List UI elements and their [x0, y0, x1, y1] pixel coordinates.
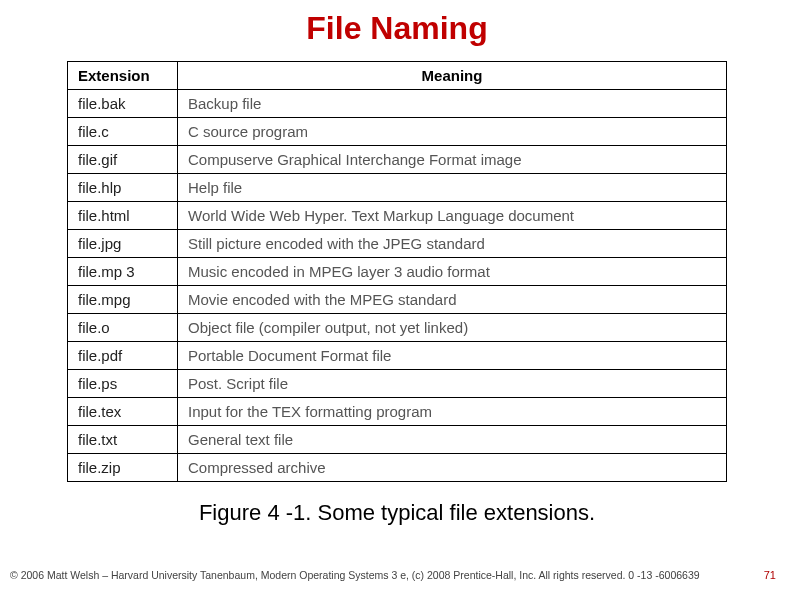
table-row: file.mp 3Music encoded in MPEG layer 3 a… [68, 258, 727, 286]
cell-meaning: General text file [178, 426, 727, 454]
table-row: file.pdfPortable Document Format file [68, 342, 727, 370]
extensions-table: Extension Meaning file.bakBackup file fi… [67, 61, 727, 482]
cell-extension: file.o [68, 314, 178, 342]
cell-extension: file.gif [68, 146, 178, 174]
figure-caption: Figure 4 -1. Some typical file extension… [0, 500, 794, 526]
cell-extension: file.jpg [68, 230, 178, 258]
cell-meaning: Input for the TEX formatting program [178, 398, 727, 426]
cell-meaning: World Wide Web Hyper. Text Markup Langua… [178, 202, 727, 230]
cell-extension: file.html [68, 202, 178, 230]
cell-extension: file.txt [68, 426, 178, 454]
cell-extension: file.mp 3 [68, 258, 178, 286]
header-extension: Extension [68, 62, 178, 90]
table-row: file.texInput for the TEX formatting pro… [68, 398, 727, 426]
cell-extension: file.bak [68, 90, 178, 118]
table-row: file.htmlWorld Wide Web Hyper. Text Mark… [68, 202, 727, 230]
table-row: file.txtGeneral text file [68, 426, 727, 454]
table-row: file.cC source program [68, 118, 727, 146]
table-row: file.hlpHelp file [68, 174, 727, 202]
slide-title: File Naming [0, 10, 794, 47]
cell-extension: file.mpg [68, 286, 178, 314]
header-meaning: Meaning [178, 62, 727, 90]
table-row: file.zipCompressed archive [68, 454, 727, 482]
cell-extension: file.tex [68, 398, 178, 426]
cell-meaning: Post. Script file [178, 370, 727, 398]
cell-meaning: Still picture encoded with the JPEG stan… [178, 230, 727, 258]
cell-meaning: Object file (compiler output, not yet li… [178, 314, 727, 342]
table-row: file.oObject file (compiler output, not … [68, 314, 727, 342]
page-number: 71 [764, 569, 776, 581]
extensions-table-container: Extension Meaning file.bakBackup file fi… [67, 61, 727, 482]
table-header-row: Extension Meaning [68, 62, 727, 90]
cell-meaning: Backup file [178, 90, 727, 118]
cell-meaning: Compressed archive [178, 454, 727, 482]
table-row: file.gifCompuserve Graphical Interchange… [68, 146, 727, 174]
cell-meaning: C source program [178, 118, 727, 146]
cell-meaning: Movie encoded with the MPEG standard [178, 286, 727, 314]
cell-extension: file.ps [68, 370, 178, 398]
cell-meaning: Music encoded in MPEG layer 3 audio form… [178, 258, 727, 286]
table-row: file.mpgMovie encoded with the MPEG stan… [68, 286, 727, 314]
cell-extension: file.hlp [68, 174, 178, 202]
cell-extension: file.pdf [68, 342, 178, 370]
table-row: file.bakBackup file [68, 90, 727, 118]
table-row: file.psPost. Script file [68, 370, 727, 398]
cell-extension: file.c [68, 118, 178, 146]
footer-copyright: © 2006 Matt Welsh – Harvard University T… [10, 569, 700, 581]
cell-meaning: Compuserve Graphical Interchange Format … [178, 146, 727, 174]
cell-extension: file.zip [68, 454, 178, 482]
table-row: file.jpgStill picture encoded with the J… [68, 230, 727, 258]
cell-meaning: Portable Document Format file [178, 342, 727, 370]
cell-meaning: Help file [178, 174, 727, 202]
slide-footer: © 2006 Matt Welsh – Harvard University T… [10, 569, 784, 581]
